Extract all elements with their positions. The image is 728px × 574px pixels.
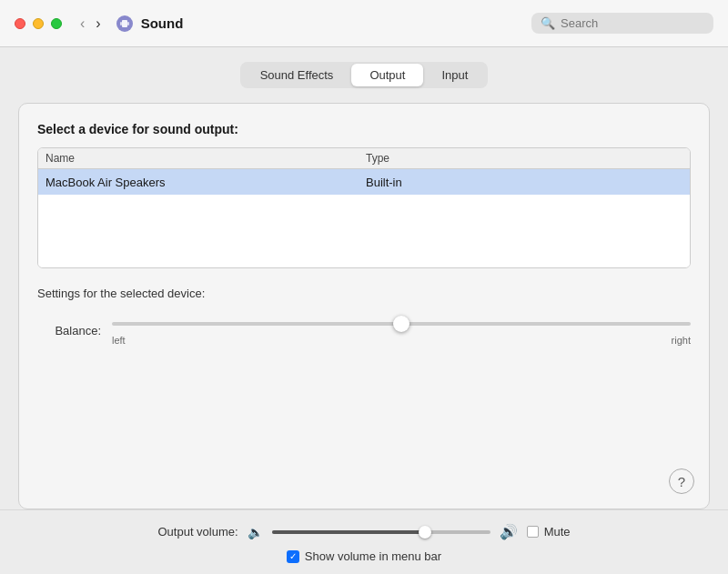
volume-slider-fill <box>272 530 425 534</box>
volume-low-icon: 🔈 <box>248 525 263 539</box>
help-button[interactable]: ? <box>669 468 694 494</box>
device-name-cell: MacBook Air Speakers <box>46 176 362 189</box>
mute-row: Mute <box>527 525 571 539</box>
balance-left-label: left <box>112 335 126 346</box>
volume-label: Output volume: <box>157 525 238 539</box>
tab-output[interactable]: Output <box>351 64 423 86</box>
volume-high-icon: 🔊 <box>500 523 518 540</box>
minimize-button[interactable] <box>33 18 44 29</box>
show-volume-label: Show volume in menu bar <box>305 549 441 563</box>
device-table: Name Type MacBook Air Speakers Built-in <box>37 147 691 268</box>
search-box[interactable]: 🔍 <box>531 13 713 34</box>
balance-slider-bar <box>112 322 691 326</box>
volume-row: Output volume: 🔈 🔊 Mute <box>157 523 570 540</box>
show-volume-row: ✓ Show volume in menu bar <box>287 549 441 563</box>
settings-title: Settings for the selected device: <box>37 287 691 300</box>
table-row[interactable]: MacBook Air Speakers Built-in <box>38 169 690 195</box>
search-input[interactable] <box>561 16 704 30</box>
main-panel: Select a device for sound output: Name T… <box>18 103 710 509</box>
content-area: Sound Effects Output Input Select a devi… <box>0 47 728 509</box>
column-header-type: Type <box>362 152 682 165</box>
svg-rect-1 <box>122 20 127 27</box>
svg-rect-3 <box>127 22 129 25</box>
tabs-container: Sound Effects Output Input <box>18 62 710 88</box>
volume-slider-container[interactable] <box>272 530 490 534</box>
page-title: Sound <box>141 15 531 31</box>
show-volume-checkbox[interactable]: ✓ <box>287 550 299 563</box>
balance-right-label: right <box>672 335 691 346</box>
table-empty-area <box>38 195 690 267</box>
app-icon <box>116 15 134 33</box>
tabs: Sound Effects Output Input <box>240 62 489 88</box>
volume-slider-thumb[interactable] <box>419 526 431 539</box>
mute-checkbox[interactable] <box>527 526 539 538</box>
back-arrow[interactable]: ‹ <box>76 15 88 33</box>
bottom-bar: Output volume: 🔈 🔊 Mute ✓ Show volume in… <box>0 509 728 574</box>
column-header-name: Name <box>46 152 362 165</box>
maximize-button[interactable] <box>51 18 62 29</box>
titlebar: ‹ › Sound 🔍 <box>0 0 728 47</box>
balance-label: Balance: <box>37 324 101 337</box>
device-type-cell: Built-in <box>362 176 682 189</box>
balance-slider-thumb[interactable] <box>393 316 410 332</box>
balance-slider-track[interactable] <box>112 315 691 333</box>
balance-slider-container: left right <box>112 315 691 346</box>
close-button[interactable] <box>15 18 25 29</box>
balance-row: Balance: left right <box>37 315 691 346</box>
forward-arrow[interactable]: › <box>92 15 104 33</box>
balance-slider-labels: left right <box>112 335 691 346</box>
svg-rect-2 <box>120 22 122 25</box>
tab-input[interactable]: Input <box>423 64 486 86</box>
nav-arrows: ‹ › <box>76 15 105 33</box>
mute-label: Mute <box>544 525 571 539</box>
panel-title: Select a device for sound output: <box>37 122 691 136</box>
search-icon: 🔍 <box>541 16 555 30</box>
table-header: Name Type <box>38 148 690 169</box>
tab-sound-effects[interactable]: Sound Effects <box>242 64 352 86</box>
volume-slider-bar <box>272 530 490 534</box>
window-controls <box>15 18 62 29</box>
